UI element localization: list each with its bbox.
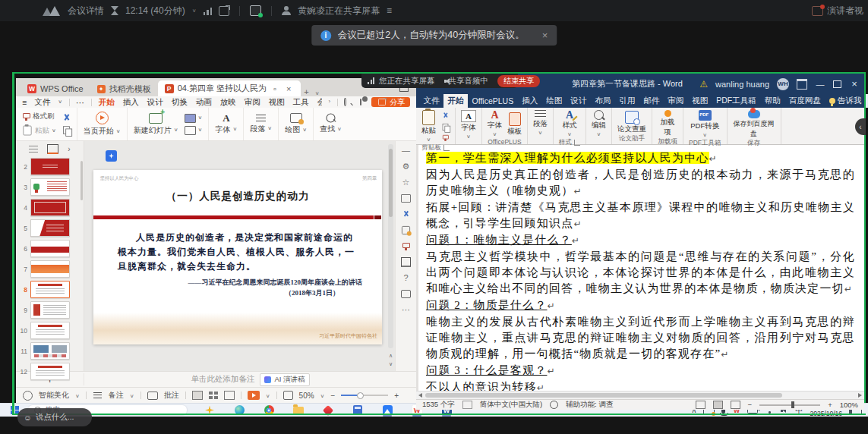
prev-slide-icon[interactable]: ∧ (387, 353, 394, 359)
slide-thumb-4[interactable]: 4 (16, 197, 84, 218)
menu-overflow-chevron-icon[interactable]: › (329, 99, 331, 105)
rail-collapse-icon[interactable]: — (401, 146, 411, 155)
slide-thumb-12[interactable]: 12 (16, 361, 84, 382)
word-menu-view[interactable]: 视图 (688, 94, 712, 108)
panel-expand-chevron-icon[interactable]: › (68, 145, 70, 153)
wps-ai-icon[interactable] (106, 150, 117, 162)
word-menu-file[interactable]: 文件 (419, 94, 443, 108)
new-tab-button[interactable]: + (301, 87, 311, 96)
word-menu-draw[interactable]: 绘图 (542, 94, 567, 108)
word-zoom-slider[interactable] (759, 404, 820, 406)
paste-button[interactable]: 粘贴∨ (22, 124, 56, 137)
wps-menu-animation[interactable]: 动画 (195, 97, 213, 108)
wps-docer-tab[interactable]: ✦ 找稻壳模板 (90, 81, 158, 96)
styles-button[interactable]: A 样式∨ (563, 110, 577, 138)
notes-toggle[interactable]: 备注 (109, 390, 124, 401)
addins-button[interactable]: 加载项 (658, 110, 677, 137)
word-account-name[interactable]: wanling huang (715, 80, 769, 89)
template-button[interactable]: 模板 (507, 112, 522, 137)
hscroll-thumb[interactable] (425, 393, 782, 398)
word-menu-insert[interactable]: 插入 (518, 94, 542, 108)
paper-check-button[interactable]: 论文查重 (617, 111, 646, 134)
next-slide-icon[interactable]: ∨ (387, 361, 394, 367)
rail-comment-icon[interactable] (401, 289, 411, 298)
proofing-icon[interactable] (462, 401, 472, 409)
beautify-button[interactable]: 智能美化 (39, 390, 69, 401)
slide-edit-area[interactable]: 坚持以人民为中心 第四章 （一）人民是创造历史的动力 人民是历史的创造者，是决定… (84, 141, 395, 371)
word-horizontal-scrollbar[interactable] (416, 391, 864, 399)
sharer-menu-icon[interactable]: ≡ (387, 5, 392, 16)
rail-theme-icon[interactable] (401, 225, 411, 234)
outline-view-icon[interactable] (29, 146, 38, 153)
layout-button[interactable]: ∨ (185, 114, 203, 123)
accessibility-status[interactable]: 辅助功能: 调查 (566, 400, 613, 410)
reading-view-button[interactable] (224, 391, 235, 400)
word-copy-icon[interactable] (443, 123, 449, 130)
new-slide-button[interactable]: 新建幻灯片∨ (134, 113, 178, 136)
wps-document-tab[interactable]: P 04.第四章 坚持以人民为 ▫ × (158, 80, 301, 96)
rail-star-icon[interactable]: ☆ (401, 178, 411, 187)
word-paste-button[interactable]: 粘贴∨ (421, 110, 436, 143)
word-zoom-out[interactable]: − (748, 401, 753, 409)
wps-menu-tools[interactable]: 工具 (292, 97, 310, 108)
tell-me-button[interactable]: 告诉我 (825, 94, 866, 108)
zoom-in-button[interactable]: + (394, 392, 399, 400)
word-zoom-level[interactable]: 100% (840, 401, 858, 409)
slide-thumb-9[interactable]: 9 (16, 300, 84, 320)
rail-help-icon[interactable]: ? (401, 273, 411, 282)
styles-launcher-icon[interactable] (574, 140, 580, 146)
stop-share-button[interactable]: 结束共享 (497, 75, 540, 87)
slide-thumb-10[interactable]: 10 (16, 320, 84, 341)
rail-settings-icon[interactable]: ⚙ (401, 162, 411, 171)
word-menu-references[interactable]: 引用 (615, 94, 639, 108)
wps-menu-design[interactable]: 设计 (147, 97, 164, 108)
word-menu-officeplus[interactable]: OfficePLUS (468, 94, 518, 108)
wps-zoom-level[interactable]: 50% (299, 392, 314, 400)
web-layout-button[interactable] (731, 401, 740, 409)
slide-canvas[interactable]: 坚持以人民为中心 第四章 （一）人民是创造历史的动力 人民是历史的创造者，是决定… (93, 170, 382, 344)
find-button[interactable]: 查找∨ (320, 114, 342, 134)
copy-icon[interactable] (63, 126, 70, 134)
word-close-button[interactable]: × (849, 78, 860, 90)
wps-menu-review[interactable]: 审阅 (244, 97, 261, 108)
word-menu-layout[interactable]: 布局 (591, 94, 615, 108)
language-status[interactable]: 简体中文(中国大陆) (480, 400, 542, 410)
slide-thumb-11[interactable]: 11 (16, 341, 84, 361)
word-maximize-button[interactable] (833, 80, 841, 88)
wps-menu-slideshow[interactable]: 放映 (219, 97, 237, 108)
timer-chevron-down-icon[interactable]: ∨ (192, 8, 197, 13)
wps-home-tab[interactable]: W WPS Office (21, 81, 90, 96)
word-menu-home[interactable]: 开始 (443, 94, 468, 108)
comments-toggle[interactable]: 批注 (164, 390, 179, 401)
word-menu-pdf-tools[interactable]: PDF工具箱 (712, 94, 761, 108)
tab-close-icon[interactable]: × (283, 84, 294, 93)
wps-search-icon[interactable] (344, 98, 346, 106)
cloud-sync-icon[interactable] (360, 99, 361, 105)
zoom-slider[interactable] (341, 395, 388, 396)
meeting-chat-toast[interactable]: ☺ 说点什么... (17, 408, 92, 426)
draw-menu-button[interactable]: 绘图∨ (285, 113, 307, 135)
format-painter-button[interactable]: 格式刷 (22, 112, 56, 121)
scroll-right-icon[interactable] (858, 393, 862, 398)
slide-vertical-scrollbar[interactable] (388, 144, 393, 348)
rail-objects-icon[interactable] (401, 193, 411, 203)
zoom-out-button[interactable]: − (330, 392, 335, 400)
tab-list-chevron-icon[interactable]: ∨ (312, 90, 323, 96)
file-chevron-icon[interactable]: ∨ (58, 99, 62, 105)
wps-menu-view[interactable]: 视图 (268, 97, 286, 108)
slideshow-play-button[interactable] (248, 391, 260, 400)
slide-view-icon[interactable] (47, 144, 58, 154)
word-paragraph-button[interactable]: 段落∨ (533, 110, 548, 137)
ribbon-collapse-button[interactable]: ‹ (855, 118, 866, 135)
word-minimize-button[interactable]: — (815, 80, 825, 89)
slide-thumb-8-selected[interactable]: 8 (16, 279, 84, 300)
slide-thumb-3[interactable]: 3 (16, 177, 84, 197)
word-menu-help[interactable]: 帮助 (760, 94, 784, 108)
ai-speech-badge[interactable]: AI 演讲稿 (260, 373, 309, 386)
wps-menu-file[interactable]: 文件 (33, 97, 51, 108)
print-layout-button[interactable] (713, 401, 723, 409)
notes-input[interactable]: 单击此处添加备注 AI 演讲稿 (84, 373, 416, 386)
cut-icon[interactable] (62, 114, 71, 122)
word-menu-baidu[interactable]: 百度网盘 (784, 94, 825, 108)
ribbon-display-options-icon[interactable] (797, 79, 807, 90)
